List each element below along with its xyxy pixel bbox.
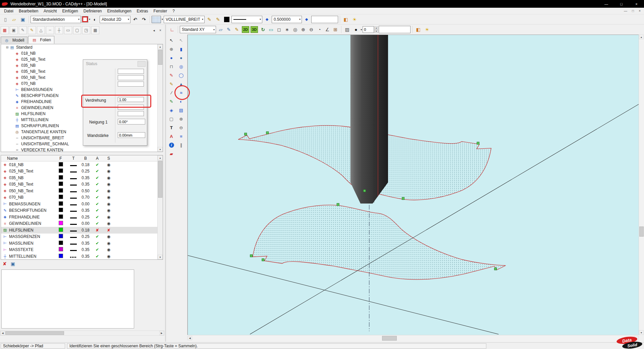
pen-edit-icon[interactable]: ✎ xyxy=(214,15,222,23)
layer-active-flag[interactable]: ✔ xyxy=(96,182,99,187)
menu-item[interactable]: Einstellungen xyxy=(105,8,134,14)
layer-linetype-preview[interactable] xyxy=(70,257,77,258)
mdi-close-button[interactable]: × xyxy=(639,9,641,13)
scroll-left-icon[interactable]: ◀ xyxy=(187,336,192,340)
layer-visibility-flag[interactable]: ◉ xyxy=(107,247,110,252)
layer-active-flag[interactable]: ✔ xyxy=(96,221,99,226)
layer-table-row[interactable]: ◈ 025_NB_Text 0.25 ✔ ◉ xyxy=(1,168,163,175)
text-select-tool-icon[interactable]: T xyxy=(167,123,176,132)
spinner-up-icon[interactable]: ▴ xyxy=(374,27,378,30)
workplane-edit-icon[interactable]: ✎ xyxy=(225,26,233,34)
scroll-right-icon[interactable]: ▶ xyxy=(159,331,164,335)
layer-color-swatch[interactable] xyxy=(59,208,63,212)
box3d-icon[interactable]: ◳ xyxy=(82,26,90,34)
scroll-left-icon[interactable]: ◀ xyxy=(0,331,5,335)
layer-visibility-flag[interactable]: ◉ xyxy=(107,221,110,226)
layer-linetype-preview[interactable] xyxy=(70,178,77,179)
layer-table-row[interactable]: ≡ GEWINDELINIEN 0.00 ✔ ◉ xyxy=(1,220,163,227)
layer-color-swatch[interactable] xyxy=(59,214,63,219)
layer-manager-icon[interactable]: ▦ xyxy=(1,26,9,34)
grid-icon[interactable]: ▦ xyxy=(91,26,99,34)
rotate-view-icon[interactable]: ↻ xyxy=(259,26,267,34)
layer-active-flag[interactable]: ✔ xyxy=(96,254,99,259)
tree-item[interactable]: ┅ VERDECKTE KANTEN xyxy=(1,147,163,152)
loft-tool-icon[interactable]: ▤ xyxy=(177,106,185,114)
mirror-tool-icon[interactable]: ∥ xyxy=(177,141,185,149)
save-icon[interactable]: ▣ xyxy=(19,15,27,23)
linewidth-combo[interactable]: 0.500000 ▾ xyxy=(272,16,302,23)
layer-table-row[interactable]: ⊢ BEMASSUNGEN 0.00 ✔ ◉ xyxy=(1,201,163,207)
layers-tool-icon[interactable]: ◈ xyxy=(167,106,176,114)
layer-table-row[interactable]: ✎ BESCHRIFTUNGEN 0.35 ✔ ◉ xyxy=(1,207,163,214)
measure-icon[interactable]: ∠ xyxy=(323,26,331,34)
scroll-down-icon[interactable]: ▼ xyxy=(639,330,644,335)
badge-2d[interactable]: 2D xyxy=(242,26,249,33)
width-marker-icon[interactable]: ◆ xyxy=(263,15,271,23)
layer-visibility-flag[interactable]: ◉ xyxy=(107,195,110,200)
scrollbar-thumb[interactable] xyxy=(5,331,64,335)
current-color-button[interactable] xyxy=(82,16,88,23)
layer-color-swatch[interactable] xyxy=(59,254,63,258)
width-marker2-icon[interactable]: ◆ xyxy=(303,15,311,23)
menu-item[interactable]: Datei xyxy=(1,8,16,14)
pen-green-tool-icon[interactable]: ✎ xyxy=(167,97,176,106)
layer-linetype-preview[interactable] xyxy=(70,185,77,186)
paste-layer-icon[interactable]: ▣ xyxy=(11,261,15,266)
ball-tool-icon[interactable]: ● xyxy=(177,53,185,62)
palette-icon[interactable]: ◧ xyxy=(342,15,350,23)
new-file-icon[interactable]: ▯ xyxy=(1,15,9,23)
value-field[interactable] xyxy=(311,16,338,23)
tree-item[interactable]: ◈ 018_NB xyxy=(1,50,163,56)
layer-table-row[interactable]: ◈ 050_NB_Text 0.50 ✔ ◉ xyxy=(1,188,163,194)
status-field-5[interactable] xyxy=(118,111,144,116)
layer-linetype-preview[interactable] xyxy=(70,198,77,199)
linestyle-preview-combo[interactable]: ▾ xyxy=(231,16,262,23)
undo-icon[interactable]: ↶ xyxy=(131,15,139,23)
layer-active-flag[interactable]: ✔ xyxy=(96,208,99,213)
layer-color-swatch[interactable] xyxy=(59,221,63,225)
menu-item[interactable]: Ansicht xyxy=(41,8,59,14)
view-plane-icon[interactable]: ▭ xyxy=(267,26,275,34)
panel-horizontal-scrollbar[interactable]: ◀ ▶ xyxy=(0,331,164,336)
badge-3d[interactable]: 3D xyxy=(251,26,258,33)
snap-tool-icon[interactable]: ⊕ xyxy=(167,45,176,53)
center-line-icon[interactable]: ┼ xyxy=(55,26,63,34)
layer-active-flag[interactable]: ✔ xyxy=(96,195,99,200)
scrollbar-thumb[interactable] xyxy=(639,227,644,237)
layer-color-swatch[interactable] xyxy=(59,182,63,186)
layer-visibility-flag[interactable]: ◉ xyxy=(107,202,110,206)
layer-active-flag[interactable]: ✔ xyxy=(96,241,99,246)
chevron-down-icon[interactable]: ▾ xyxy=(89,18,90,21)
chevron-down-icon[interactable]: ▾ xyxy=(361,28,362,31)
neigung-input[interactable] xyxy=(118,119,145,124)
layer-active-flag[interactable]: ✔ xyxy=(96,215,99,219)
layer-table-row[interactable]: ⊢ MASSGRENZEN 0.25 ✔ ◉ xyxy=(1,234,163,240)
layer-visibility-flag[interactable]: ◉ xyxy=(107,176,110,180)
spinner-down-icon[interactable]: ▾ xyxy=(374,30,378,33)
ellipse-tool-icon[interactable]: ◯ xyxy=(177,71,185,80)
layer-linetype-preview[interactable] xyxy=(70,250,77,251)
layer-active-flag[interactable]: ✔ xyxy=(96,169,99,173)
chevron-down-icon[interactable]: ▾ xyxy=(162,18,163,21)
layer-active-flag[interactable]: ✔ xyxy=(96,176,99,180)
layer-table-row[interactable]: ⊢ MASSLINIEN 0.35 ✔ ◉ xyxy=(1,240,163,247)
layer-table-row[interactable]: ▨ HILFSLINIEN 0.18 ✘ ✘ xyxy=(1,227,163,234)
mdi-minimize-button[interactable]: — xyxy=(624,9,627,13)
spinner-input[interactable] xyxy=(363,26,374,33)
pens-icon[interactable]: ✎ xyxy=(28,26,36,34)
layer-visibility-flag[interactable]: ◉ xyxy=(107,241,110,246)
pan-hand-icon[interactable]: ∗ xyxy=(283,26,291,34)
layer-color-swatch[interactable] xyxy=(59,175,63,180)
coordinate-field[interactable] xyxy=(379,26,411,33)
open-folder-icon[interactable]: ▱ xyxy=(10,15,18,23)
menu-item[interactable]: Bearbeiten xyxy=(16,8,41,14)
scroll-up-icon[interactable]: ▲ xyxy=(158,44,163,49)
zoom-in-icon[interactable]: ⊕ xyxy=(299,26,307,34)
pen-style-icon[interactable]: ✎ xyxy=(205,15,213,23)
panel-collapse-icon[interactable]: ◂ xyxy=(151,28,157,33)
layer-visibility-flag[interactable]: ✘ xyxy=(107,228,110,233)
bool-union-tool-icon[interactable]: ⊕ xyxy=(177,114,185,123)
drawing-canvas[interactable] xyxy=(187,35,639,335)
canvas-horizontal-scrollbar[interactable]: ◀ ▶ xyxy=(187,335,639,342)
tab-folien[interactable]: ▤ Folien xyxy=(28,36,54,44)
